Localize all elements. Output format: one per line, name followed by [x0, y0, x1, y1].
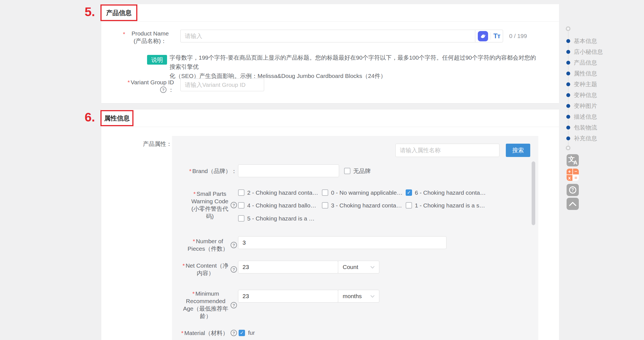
product-info-title-box: 产品信息 — [100, 4, 137, 21]
warning-code-option[interactable]: 2 - Choking hazard conta… — [238, 189, 318, 196]
material-option: fur — [248, 329, 255, 337]
question-circle-icon[interactable]: ? — [231, 266, 237, 273]
checkbox[interactable] — [322, 202, 328, 209]
small-parts-warning-row: *Small Parts Warning Code (小零件警告代 码) ? 2… — [172, 189, 538, 221]
toolbar-divider — [491, 32, 491, 40]
small-parts-label: *Small Parts Warning Code (小零件警告代 码) ? — [172, 189, 237, 221]
net-content-unit-select[interactable]: Count — [338, 261, 379, 273]
help-icon[interactable]: ? — [567, 184, 579, 196]
char-counter: 0 / 199 — [509, 30, 527, 42]
product-name-input[interactable] — [180, 30, 475, 42]
required-asterisk: * — [123, 31, 125, 37]
warning-code-option[interactable]: 0 - No warning applicable… — [322, 189, 403, 196]
question-circle-icon[interactable]: ? — [160, 87, 166, 93]
back-to-top-icon[interactable] — [567, 198, 579, 210]
variant-group-id-row: *Variant Group ID ? ： — [101, 78, 559, 91]
header-divider — [101, 127, 559, 127]
variant-group-id-input[interactable] — [180, 78, 264, 91]
warning-code-option[interactable]: 4 - Choking hazard ballo… — [238, 202, 316, 209]
min-age-label: *Minimum Recommended Age（最低推荐年 龄） ? — [172, 290, 237, 320]
question-circle-icon[interactable]: ? — [231, 330, 237, 336]
warning-code-option[interactable]: 3 - Choking hazard conta… — [322, 202, 402, 209]
input-toolbar: Tт — [475, 30, 503, 42]
nav-dot — [566, 82, 570, 86]
tt-icon[interactable]: Tт — [493, 32, 500, 40]
warning-code-option[interactable]: 1 - Choking hazard is a s… — [406, 202, 485, 209]
nav-dot — [566, 136, 570, 140]
checkbox[interactable] — [406, 202, 412, 209]
attribute-search-input[interactable] — [395, 144, 499, 157]
min-recommended-age-row: *Minimum Recommended Age（最低推荐年 龄） ? mont… — [172, 290, 538, 320]
search-button[interactable]: 搜索 — [506, 144, 530, 157]
nav-dot — [566, 126, 570, 130]
checkbox[interactable] — [238, 215, 244, 222]
attribute-info-title-box: 属性信息 — [100, 110, 133, 126]
attribute-info-section: 6. 属性信息 产品属性： 搜索 *Brand（品牌）： 无品牌 *Small … — [101, 110, 559, 340]
material-label: *Material（材料） ? — [172, 329, 237, 337]
nav-dot — [566, 93, 570, 97]
nav-timeline — [568, 31, 569, 149]
material-row: *Material（材料） ? fur — [172, 329, 538, 337]
number-of-pieces-row: *Number of Pieces（件数） ? — [172, 236, 538, 253]
checkbox[interactable] — [238, 202, 244, 209]
product-info-section: 5. 产品信息 * Product Name (产品名称)： Tт 0 / 19… — [101, 4, 559, 103]
nav-dot — [566, 72, 570, 75]
attribute-info-title: 属性信息 — [104, 114, 130, 123]
question-circle-icon[interactable]: ? — [231, 242, 237, 248]
whale-translate-icon[interactable] — [478, 31, 488, 41]
brand-input[interactable] — [238, 164, 339, 177]
calculator-icon[interactable]: + − x = — [567, 169, 579, 181]
question-circle-icon[interactable]: ? — [231, 302, 237, 308]
checkbox-checked[interactable] — [406, 189, 412, 196]
no-brand-checkbox[interactable] — [344, 168, 350, 174]
no-brand-option[interactable]: 无品牌 — [344, 167, 371, 175]
nav-dot — [566, 50, 570, 54]
chevron-down-icon — [370, 266, 375, 268]
net-content-input[interactable] — [238, 261, 338, 273]
annotation-step-5: 5. — [85, 5, 95, 19]
nav-dot — [566, 39, 570, 43]
nav-dot — [566, 104, 570, 108]
number-of-pieces-input[interactable] — [238, 236, 446, 249]
annotation-step-6: 6. — [85, 110, 95, 125]
scrollbar-thumb[interactable] — [532, 161, 535, 225]
product-attributes-caption: 产品属性： — [117, 140, 172, 148]
product-name-row: * Product Name (产品名称)： Tт 0 / 199 — [101, 30, 559, 42]
product-name-label: Product Name (产品名称)： — [126, 30, 174, 45]
note-text: 字母数字，199个字符-要在商品页面上显示的产品标题。您的标题最好在90个字符以… — [170, 53, 539, 80]
nav-ring-bottom[interactable] — [566, 146, 570, 150]
min-age-unit-select[interactable]: months — [338, 290, 379, 303]
note-badge: 说明 — [147, 55, 167, 65]
number-of-pieces-label: *Number of Pieces（件数） ? — [172, 236, 237, 253]
variant-group-id-label: *Variant Group ID ? ： — [117, 78, 174, 93]
brand-row: *Brand（品牌）： 无品牌 — [172, 164, 538, 177]
header-divider — [101, 21, 559, 22]
nav-dot — [566, 115, 570, 119]
checkbox[interactable] — [238, 189, 244, 196]
translate-icon[interactable]: 文 A — [567, 154, 579, 166]
product-name-input-group: Tт — [180, 30, 503, 42]
product-info-title: 产品信息 — [106, 9, 132, 17]
checkbox[interactable] — [322, 189, 328, 196]
net-content-label: *Net Content（净 内容） ? — [172, 261, 237, 278]
min-age-input[interactable] — [238, 290, 338, 303]
nav-dot — [566, 61, 570, 65]
warning-code-option[interactable]: 5 - Choking hazard is a … — [238, 215, 315, 222]
attributes-panel: 搜索 *Brand（品牌）： 无品牌 *Small Parts Warning … — [172, 136, 538, 340]
net-content-row: *Net Content（净 内容） ? Count — [172, 261, 538, 278]
warning-code-option[interactable]: 6 - Choking hazard conta… — [406, 189, 486, 196]
brand-label: *Brand（品牌）： — [172, 164, 237, 177]
question-circle-icon[interactable]: ? — [231, 202, 237, 208]
nav-ring-top[interactable] — [566, 26, 570, 31]
material-checkbox-checked[interactable] — [239, 330, 245, 336]
chevron-down-icon — [370, 295, 375, 298]
